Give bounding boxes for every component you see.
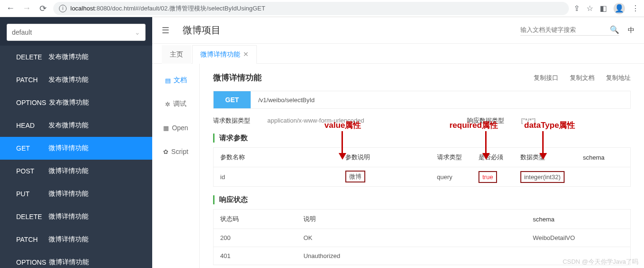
main: ☰ 微博项目 🔍 中 主页 微博详情功能✕ ▤文档 ✲调试 ▦Open ✿Scr… (152, 17, 644, 268)
doc-icon: ▤ (165, 77, 171, 84)
file-icon: ▦ (163, 124, 169, 132)
param-table: 参数名称 参数说明 请求类型 是否必须 数据类型 schema id 微博 qu… (213, 147, 631, 187)
back-button[interactable]: ← (5, 3, 16, 14)
param-datatype-value: integer(int32) (520, 171, 565, 183)
req-params-title: 请求参数 (213, 134, 631, 143)
sidebar-item-delete-publish[interactable]: DELETE发布微博功能 (0, 46, 152, 68)
param-required-value: true (478, 171, 497, 183)
search-box: 🔍 (520, 25, 619, 36)
profile-avatar[interactable]: 👤 (614, 3, 625, 14)
tabs: 主页 微博详情功能✕ (152, 44, 644, 64)
sidebar-item-patch-detail[interactable]: PATCH微博详情功能 (0, 228, 152, 251)
header: ☰ 微博项目 🔍 中 (152, 17, 644, 44)
sidebar-item-get-detail[interactable]: GET微博详情功能 (0, 137, 152, 160)
search-icon[interactable]: 🔍 (610, 25, 619, 34)
menu-icon[interactable]: ⋮ (632, 4, 639, 13)
table-header-row: 参数名称 参数说明 请求类型 是否必须 数据类型 schema (214, 148, 631, 167)
copy-doc-button[interactable]: 复制文档 (570, 74, 595, 82)
share-icon[interactable]: ⇪ (574, 4, 580, 13)
chevron-down-icon: ⌄ (135, 29, 140, 36)
url-host: localhost (70, 5, 95, 12)
res-type-value: ["*/*"] (521, 117, 536, 124)
menu-toggle-icon[interactable]: ☰ (162, 25, 175, 36)
panel-icon[interactable]: ◧ (600, 4, 607, 13)
subnav-doc[interactable]: ▤文档 (152, 68, 199, 92)
info-icon: i (59, 5, 67, 12)
res-status-title: 响应状态 (213, 195, 631, 204)
sidebar-item-post-detail[interactable]: POST微博详情功能 (0, 160, 152, 182)
sidebar-item-options-detail[interactable]: OPTIONS微博详情功能 (0, 251, 152, 268)
search-input[interactable] (520, 26, 606, 33)
tab-home[interactable]: 主页 (162, 45, 191, 64)
group-selector[interactable]: default ⌄ (7, 24, 146, 41)
req-type-value: application/x-www-form-urlencoded (267, 117, 364, 124)
subnav-script[interactable]: ✿Script (152, 140, 199, 163)
sidebar-item-options-publish[interactable]: OPTIONS发布微博功能 (0, 91, 152, 114)
star-icon[interactable]: ☆ (586, 4, 593, 13)
subnav-debug[interactable]: ✲调试 (152, 92, 199, 116)
subnav-open[interactable]: ▦Open (152, 116, 199, 140)
tab-detail[interactable]: 微博详情功能✕ (192, 45, 257, 64)
table-row: 200 OK WeiboDetailVO (214, 229, 631, 247)
browser-bar: ← → ⟳ i localhost:8080/doc.html#/default… (0, 0, 644, 17)
copy-url-button[interactable]: 复制地址 (606, 74, 631, 82)
doc-title: 微博详情功能 (213, 72, 262, 83)
req-type-label: 请求数据类型 (213, 117, 250, 124)
reload-button[interactable]: ⟳ (37, 3, 49, 14)
sidebar-item-patch-publish[interactable]: PATCH发布微博功能 (0, 68, 152, 91)
url-bar[interactable]: i localhost:8080/doc.html#/default/02.微博… (53, 2, 569, 15)
lang-toggle[interactable]: 中 (628, 26, 634, 35)
api-path: /v1/weibo/selectById (251, 91, 315, 108)
table-row: id 微博 query true integer(int32) (214, 167, 631, 187)
content: 微博详情功能 复制接口 复制文档 复制地址 GET /v1/weibo/sele… (200, 64, 644, 268)
app-title: 微博项目 (183, 24, 221, 37)
res-type-label: 响应数据类型 (467, 117, 504, 124)
api-method: GET (214, 91, 251, 108)
table-header-row: 状态码 说明 schema (214, 210, 631, 229)
forward-button[interactable]: → (21, 3, 32, 14)
watermark: CSDN @今天你学Java了吗 (563, 258, 638, 266)
menu-list: DELETE发布微博功能 PATCH发布微博功能 OPTIONS发布微博功能 H… (0, 46, 152, 268)
param-desc-value: 微博 (345, 171, 365, 182)
sidebar: default ⌄ DELETE发布微博功能 PATCH发布微博功能 OPTIO… (0, 17, 152, 268)
sidebar-item-put-detail[interactable]: PUT微博详情功能 (0, 182, 152, 205)
api-row: GET /v1/weibo/selectById (213, 91, 631, 109)
sidebar-item-head-publish[interactable]: HEAD发布微博功能 (0, 114, 152, 137)
bug-icon: ✲ (165, 101, 170, 108)
subnav: ▤文档 ✲调试 ▦Open ✿Script (152, 64, 200, 268)
close-icon[interactable]: ✕ (243, 50, 249, 58)
copy-api-button[interactable]: 复制接口 (534, 74, 558, 82)
chrome-icons: ⇪ ☆ ◧ 👤 ⋮ (574, 3, 639, 14)
status-table: 状态码 说明 schema 200 OK WeiboDetailVO 401 U… (213, 209, 631, 265)
sidebar-item-delete-detail[interactable]: DELETE微博详情功能 (0, 205, 152, 228)
gear-icon: ✿ (163, 148, 168, 155)
